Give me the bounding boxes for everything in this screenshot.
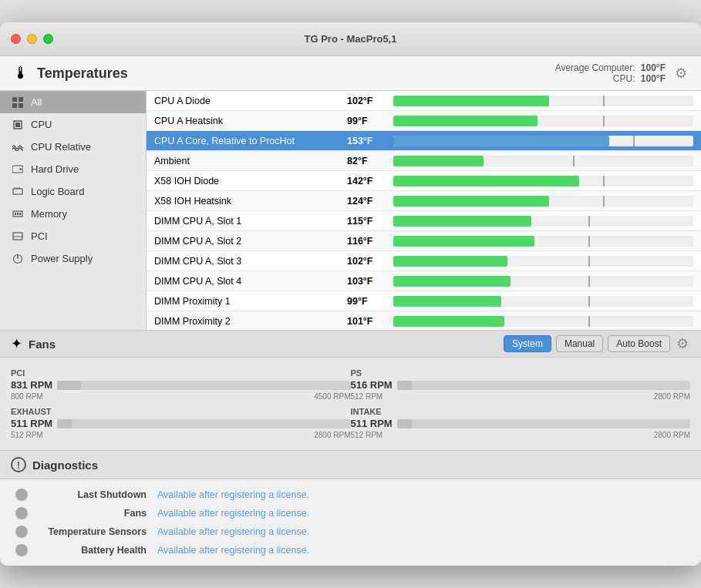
temp-bar	[393, 296, 693, 307]
sidebar-label-pci: PCI	[31, 230, 48, 242]
sidebar-item-memory[interactable]: Memory	[0, 203, 146, 225]
svg-rect-2	[12, 103, 17, 108]
svg-rect-0	[12, 97, 17, 102]
sidebar-label-power-supply: Power Supply	[31, 253, 93, 264]
sidebar-item-power-supply[interactable]: Power Supply	[0, 247, 146, 270]
temp-bar-fill	[393, 156, 484, 166]
svg-rect-1	[19, 97, 23, 102]
temp-bar-fill	[393, 256, 507, 267]
drive-icon	[11, 164, 25, 175]
diag-value: Available after registering a license.	[157, 489, 309, 500]
titlebar: TG Pro - MacPro5,1	[0, 22, 701, 56]
temp-row[interactable]: DIMM Proximity 1 99°F	[147, 291, 701, 311]
temp-name: CPU A Core, Relative to ProcHot	[154, 136, 347, 146]
header-title: Temperatures	[37, 66, 128, 82]
diag-status-circle	[15, 489, 28, 501]
temp-value: 82°F	[347, 156, 393, 166]
temp-bar-fill	[393, 276, 511, 287]
temp-name: DIMM CPU A, Slot 1	[154, 216, 347, 227]
fans-header-left: ✦ Fans	[11, 335, 56, 352]
sidebar-item-all[interactable]: All	[0, 91, 146, 113]
temp-bar-marker	[573, 156, 575, 166]
diag-row: Battery Health Available after registeri…	[15, 541, 686, 559]
mode-system-button[interactable]: System	[504, 335, 551, 352]
svg-point-7	[20, 168, 22, 170]
header-left: 🌡 Temperatures	[12, 63, 128, 83]
window-title: TG Pro - MacPro5,1	[305, 33, 397, 45]
fans-gear-icon[interactable]: ⚙	[675, 336, 690, 351]
temp-bar-fill	[393, 296, 501, 307]
temp-value: 102°F	[347, 96, 393, 106]
fan-rpm-current: 831 RPM	[11, 379, 52, 391]
temp-row[interactable]: CPU A Core, Relative to ProcHot 153°F	[147, 131, 701, 151]
temp-bar-marker	[588, 316, 590, 327]
temp-row[interactable]: DIMM CPU A, Slot 3 102°F	[147, 251, 701, 271]
maximize-button[interactable]	[43, 34, 53, 44]
fan-rpm-labels: 512 RPM 2800 RPM	[351, 431, 691, 439]
diag-status-circle	[15, 544, 28, 556]
sidebar-label-memory: Memory	[31, 208, 67, 220]
fan-item: PS 516 RPM 512 RPM 2800 RPM	[351, 365, 691, 404]
fan-rpm-labels: 512 RPM 2800 RPM	[11, 431, 351, 439]
temp-value: 103°F	[347, 276, 393, 287]
svg-rect-14	[17, 213, 19, 215]
fan-min-rpm: 512 RPM	[351, 431, 383, 439]
temp-row[interactable]: DIMM CPU A, Slot 4 103°F	[147, 271, 701, 291]
temp-bar-fill	[393, 196, 549, 207]
temp-row[interactable]: CPU A Diode 102°F	[147, 91, 701, 111]
temp-row[interactable]: DIMM Proximity 2 101°F	[147, 311, 701, 330]
temp-name: X58 IOH Diode	[154, 176, 347, 186]
header-right: Average Computer: 100°F CPU: 100°F ⚙	[555, 62, 689, 84]
temp-bar	[393, 196, 693, 207]
sidebar-item-cpu-relative[interactable]: CPU Relative	[0, 136, 146, 158]
cpu-value: 100°F	[641, 73, 666, 84]
header-gear-icon[interactable]: ⚙	[673, 66, 689, 81]
temp-bar	[393, 216, 693, 227]
sidebar-label-cpu-relative: CPU Relative	[31, 141, 91, 153]
fan-item: PCI 831 RPM 800 RPM 4500 RPM	[11, 365, 351, 404]
diagnostics-rows: Last Shutdown Available after registerin…	[0, 479, 701, 566]
window-controls	[11, 34, 53, 44]
temp-name: X58 IOH Heatsink	[154, 196, 347, 207]
temp-name: CPU A Diode	[154, 96, 347, 106]
diag-status-circle	[15, 507, 28, 519]
fans-title: Fans	[29, 338, 56, 351]
temp-bar-fill	[393, 116, 538, 126]
diag-value: Available after registering a license.	[157, 545, 309, 556]
cpu-icon	[11, 119, 25, 130]
temp-row[interactable]: X58 IOH Heatsink 124°F	[147, 191, 701, 211]
sidebar-item-cpu[interactable]: CPU	[0, 113, 146, 136]
cpu-label: CPU:	[613, 73, 635, 84]
mode-manual-button[interactable]: Manual	[556, 335, 603, 352]
waves-icon	[11, 142, 25, 153]
sidebar-item-pci[interactable]: PCI	[0, 225, 146, 247]
temp-row[interactable]: DIMM CPU A, Slot 2 116°F	[147, 231, 701, 251]
close-button[interactable]	[11, 34, 21, 44]
minimize-button[interactable]	[27, 34, 37, 44]
temp-row[interactable]: X58 IOH Diode 142°F	[147, 171, 701, 191]
temp-row[interactable]: DIMM CPU A, Slot 1 115°F	[147, 211, 701, 231]
mode-auto-boost-button[interactable]: Auto Boost	[608, 335, 670, 352]
diag-row: Fans Available after registering a licen…	[15, 504, 686, 522]
temp-bar	[393, 176, 693, 186]
sidebar: All CPU CPU Relative Hard Drive	[0, 91, 147, 330]
temp-name: DIMM CPU A, Slot 2	[154, 236, 347, 247]
fan-rpm-row: 511 RPM	[351, 418, 691, 429]
temp-row[interactable]: Ambient 82°F	[147, 151, 701, 171]
diag-label: Battery Health	[39, 545, 147, 556]
temp-value: 115°F	[347, 216, 393, 227]
temp-bar	[393, 256, 693, 267]
temp-bar-marker	[588, 296, 590, 307]
sidebar-item-hard-drive[interactable]: Hard Drive	[0, 158, 146, 180]
temp-value: 99°F	[347, 296, 393, 307]
temp-row[interactable]: CPU A Heatsink 99°F	[147, 111, 701, 131]
fan-bar-fill	[397, 419, 412, 428]
diag-value: Available after registering a license.	[157, 526, 309, 537]
temp-bar-fill	[393, 176, 579, 186]
sidebar-item-logic-board[interactable]: Logic Board	[0, 180, 146, 203]
fan-rpm-labels: 800 RPM 4500 RPM	[11, 392, 351, 401]
fan-bar-fill	[57, 419, 72, 428]
app-header: 🌡 Temperatures Average Computer: 100°F C…	[0, 56, 701, 91]
fan-min-rpm: 512 RPM	[351, 392, 383, 401]
sidebar-label-logic-board: Logic Board	[31, 186, 84, 197]
